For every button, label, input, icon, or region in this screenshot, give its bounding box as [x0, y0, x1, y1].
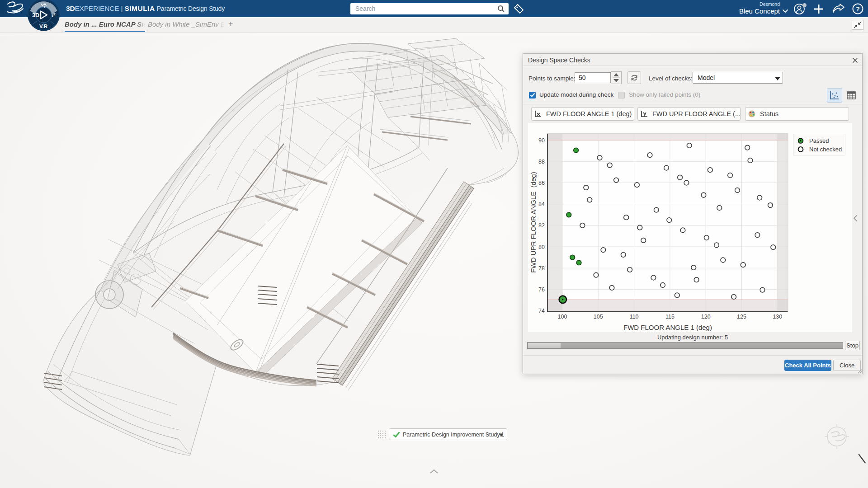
svg-text:130: 130	[773, 314, 782, 320]
svg-text:88: 88	[538, 159, 545, 165]
svg-text:78: 78	[538, 265, 545, 272]
svg-text:76: 76	[538, 286, 545, 293]
svg-text:3D: 3D	[32, 12, 39, 19]
svg-text:100: 100	[558, 314, 567, 320]
svg-text:115: 115	[665, 314, 675, 320]
svg-text:120: 120	[701, 314, 711, 320]
svg-text:FWD FLOOR ANGLE 1 (deg): FWD FLOOR ANGLE 1 (deg)	[623, 324, 712, 331]
svg-text:82: 82	[538, 222, 545, 229]
svg-text:?: ?	[856, 5, 860, 13]
svg-text:Passed: Passed	[809, 137, 829, 144]
svg-text:FWD UPR FLOOR ANGLE (deg): FWD UPR FLOOR ANGLE (deg)	[529, 172, 537, 272]
svg-text:105: 105	[594, 314, 603, 320]
svg-text:i²: i²	[52, 12, 56, 19]
svg-text:84: 84	[538, 201, 545, 207]
svg-text:86: 86	[538, 180, 545, 186]
svg-text:Not checked: Not checked	[809, 146, 842, 153]
svg-text:125: 125	[737, 314, 746, 320]
svg-text:80: 80	[538, 244, 545, 250]
svg-text:110: 110	[630, 314, 639, 320]
svg-text:74: 74	[538, 308, 545, 314]
svg-text:90: 90	[538, 137, 545, 144]
